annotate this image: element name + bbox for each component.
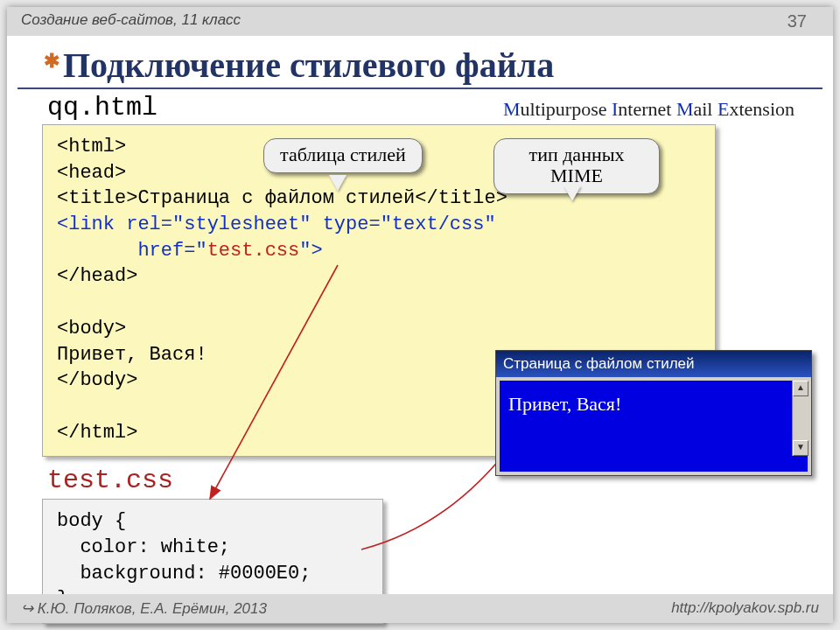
scroll-down-icon[interactable]: ▼ — [793, 440, 808, 456]
browser-viewport: Привет, Вася! ▲ ▼ — [500, 381, 808, 472]
footer-url: http://kpolyakov.spb.ru — [671, 599, 819, 618]
course-name: Создание веб-сайтов, 11 класс — [21, 11, 241, 32]
slide-title: ✱Подключение стилевого файла — [18, 36, 822, 89]
callout-tail-icon — [329, 175, 346, 191]
footer-bar: ↪ К.Ю. Поляков, Е.А. Ерёмин, 2013 http:/… — [7, 594, 833, 623]
scroll-up-icon[interactable]: ▲ — [793, 381, 808, 396]
browser-titlebar: Страница с файлом стилей — [496, 351, 811, 377]
mime-expansion: Multipurpose Internet Mail Extension — [503, 98, 794, 121]
page-number: 37 — [788, 11, 819, 32]
callout-tail-icon — [564, 186, 581, 201]
link-tag: <link rel="stylesheet" type="text/css" h… — [57, 214, 508, 262]
browser-preview: Страница с файлом стилей Привет, Вася! ▲… — [495, 350, 812, 476]
callout-stylesheet: таблица стилей — [263, 138, 423, 173]
slide: Создание веб-сайтов, 11 класс 37 ✱Подклю… — [7, 7, 833, 623]
bullet-icon: ✱ — [44, 50, 60, 73]
top-bar: Создание веб-сайтов, 11 класс 37 — [7, 7, 833, 36]
authors: ↪ К.Ю. Поляков, Е.А. Ерёмин, 2013 — [21, 599, 267, 618]
vertical-scrollbar[interactable]: ▲ ▼ — [792, 381, 808, 456]
